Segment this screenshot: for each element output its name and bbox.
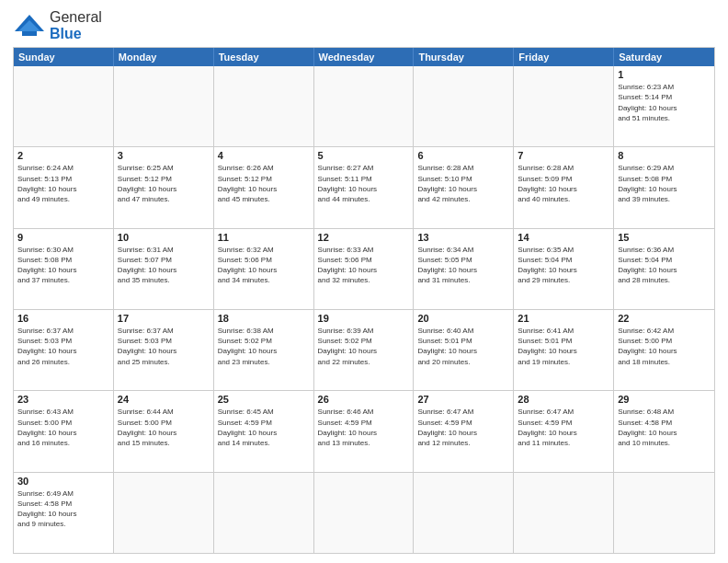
logo-text: General Blue xyxy=(50,9,102,41)
calendar-cell: 10Sunrise: 6:31 AM Sunset: 5:07 PM Dayli… xyxy=(114,229,214,309)
day-info: Sunrise: 6:41 AM Sunset: 5:01 PM Dayligh… xyxy=(518,326,609,367)
day-number: 13 xyxy=(417,232,509,243)
day-info: Sunrise: 6:26 AM Sunset: 5:12 PM Dayligh… xyxy=(218,163,310,204)
day-info: Sunrise: 6:36 AM Sunset: 5:04 PM Dayligh… xyxy=(618,245,711,286)
page-header: General Blue xyxy=(13,9,715,41)
day-number: 14 xyxy=(518,232,609,243)
day-number: 25 xyxy=(218,394,310,405)
day-number: 9 xyxy=(17,232,109,243)
calendar-row: 30Sunrise: 6:49 AM Sunset: 4:58 PM Dayli… xyxy=(14,473,714,553)
calendar-row: 16Sunrise: 6:37 AM Sunset: 5:03 PM Dayli… xyxy=(14,310,714,391)
day-info: Sunrise: 6:39 AM Sunset: 5:02 PM Dayligh… xyxy=(318,326,410,367)
calendar-cell xyxy=(414,473,514,553)
day-number: 12 xyxy=(318,232,410,243)
calendar-cell: 12Sunrise: 6:33 AM Sunset: 5:06 PM Dayli… xyxy=(314,229,415,309)
calendar-row: 23Sunrise: 6:43 AM Sunset: 5:00 PM Dayli… xyxy=(14,391,714,472)
day-number: 10 xyxy=(118,232,210,243)
day-number: 20 xyxy=(417,313,509,324)
day-info: Sunrise: 6:47 AM Sunset: 4:59 PM Dayligh… xyxy=(518,407,609,448)
day-info: Sunrise: 6:24 AM Sunset: 5:13 PM Dayligh… xyxy=(17,163,109,204)
calendar-cell: 5Sunrise: 6:27 AM Sunset: 5:11 PM Daylig… xyxy=(314,147,415,227)
day-info: Sunrise: 6:32 AM Sunset: 5:06 PM Dayligh… xyxy=(218,245,310,286)
day-number: 5 xyxy=(318,150,410,161)
day-info: Sunrise: 6:43 AM Sunset: 5:00 PM Dayligh… xyxy=(17,407,109,448)
day-number: 21 xyxy=(518,313,609,324)
day-number: 8 xyxy=(618,150,711,161)
day-info: Sunrise: 6:33 AM Sunset: 5:06 PM Dayligh… xyxy=(318,245,410,286)
calendar-cell: 18Sunrise: 6:38 AM Sunset: 5:02 PM Dayli… xyxy=(214,310,314,390)
day-number: 24 xyxy=(118,394,210,405)
day-number: 16 xyxy=(17,313,109,324)
day-info: Sunrise: 6:44 AM Sunset: 5:00 PM Dayligh… xyxy=(118,407,210,448)
calendar-cell: 20Sunrise: 6:40 AM Sunset: 5:01 PM Dayli… xyxy=(414,310,514,390)
calendar-cell: 25Sunrise: 6:45 AM Sunset: 4:59 PM Dayli… xyxy=(214,391,314,471)
day-number: 15 xyxy=(618,232,711,243)
day-number: 17 xyxy=(118,313,210,324)
day-info: Sunrise: 6:35 AM Sunset: 5:04 PM Dayligh… xyxy=(518,245,609,286)
calendar-cell: 7Sunrise: 6:28 AM Sunset: 5:09 PM Daylig… xyxy=(514,147,614,227)
calendar-cell: 4Sunrise: 6:26 AM Sunset: 5:12 PM Daylig… xyxy=(214,147,314,227)
day-info: Sunrise: 6:37 AM Sunset: 5:03 PM Dayligh… xyxy=(118,326,210,367)
calendar-cell: 22Sunrise: 6:42 AM Sunset: 5:00 PM Dayli… xyxy=(614,310,714,390)
calendar-cell xyxy=(14,66,114,146)
calendar-cell: 2Sunrise: 6:24 AM Sunset: 5:13 PM Daylig… xyxy=(14,147,114,227)
calendar-cell: 14Sunrise: 6:35 AM Sunset: 5:04 PM Dayli… xyxy=(514,229,614,309)
day-info: Sunrise: 6:40 AM Sunset: 5:01 PM Dayligh… xyxy=(417,326,509,367)
day-info: Sunrise: 6:34 AM Sunset: 5:05 PM Dayligh… xyxy=(417,245,509,286)
day-number: 29 xyxy=(618,394,711,405)
calendar-cell: 29Sunrise: 6:48 AM Sunset: 4:58 PM Dayli… xyxy=(614,391,714,471)
day-info: Sunrise: 6:45 AM Sunset: 4:59 PM Dayligh… xyxy=(218,407,310,448)
calendar-cell: 24Sunrise: 6:44 AM Sunset: 5:00 PM Dayli… xyxy=(114,391,214,471)
calendar-row: 1Sunrise: 6:23 AM Sunset: 5:14 PM Daylig… xyxy=(14,66,714,147)
day-info: Sunrise: 6:38 AM Sunset: 5:02 PM Dayligh… xyxy=(218,326,310,367)
calendar-cell: 3Sunrise: 6:25 AM Sunset: 5:12 PM Daylig… xyxy=(114,147,214,227)
calendar-cell xyxy=(114,473,214,553)
day-number: 11 xyxy=(218,232,310,243)
calendar-cell: 9Sunrise: 6:30 AM Sunset: 5:08 PM Daylig… xyxy=(14,229,114,309)
calendar-cell xyxy=(214,66,314,146)
calendar-cell: 23Sunrise: 6:43 AM Sunset: 5:00 PM Dayli… xyxy=(14,391,114,471)
calendar-cell: 13Sunrise: 6:34 AM Sunset: 5:05 PM Dayli… xyxy=(414,229,514,309)
weekday-header: Saturday xyxy=(614,48,714,66)
calendar-cell xyxy=(314,473,415,553)
day-number: 1 xyxy=(618,69,711,80)
day-number: 30 xyxy=(17,476,109,487)
day-number: 6 xyxy=(417,150,509,161)
calendar-cell xyxy=(514,473,614,553)
day-info: Sunrise: 6:37 AM Sunset: 5:03 PM Dayligh… xyxy=(17,326,109,367)
day-number: 2 xyxy=(17,150,109,161)
calendar-cell xyxy=(414,66,514,146)
calendar: SundayMondayTuesdayWednesdayThursdayFrid… xyxy=(13,47,715,554)
calendar-page: General Blue SundayMondayTuesdayWednesda… xyxy=(0,0,728,563)
day-number: 7 xyxy=(518,150,609,161)
day-info: Sunrise: 6:48 AM Sunset: 4:58 PM Dayligh… xyxy=(618,407,711,448)
day-number: 18 xyxy=(218,313,310,324)
calendar-cell xyxy=(214,473,314,553)
calendar-cell xyxy=(114,66,214,146)
day-number: 23 xyxy=(17,394,109,405)
calendar-cell: 19Sunrise: 6:39 AM Sunset: 5:02 PM Dayli… xyxy=(314,310,415,390)
calendar-cell: 30Sunrise: 6:49 AM Sunset: 4:58 PM Dayli… xyxy=(14,473,114,553)
day-info: Sunrise: 6:27 AM Sunset: 5:11 PM Dayligh… xyxy=(318,163,410,204)
weekday-header: Wednesday xyxy=(314,48,415,66)
calendar-cell xyxy=(514,66,614,146)
calendar-body: 1Sunrise: 6:23 AM Sunset: 5:14 PM Daylig… xyxy=(14,66,714,553)
calendar-cell: 21Sunrise: 6:41 AM Sunset: 5:01 PM Dayli… xyxy=(514,310,614,390)
day-info: Sunrise: 6:25 AM Sunset: 5:12 PM Dayligh… xyxy=(118,163,210,204)
day-info: Sunrise: 6:46 AM Sunset: 4:59 PM Dayligh… xyxy=(318,407,410,448)
day-info: Sunrise: 6:30 AM Sunset: 5:08 PM Dayligh… xyxy=(17,245,109,286)
calendar-cell: 17Sunrise: 6:37 AM Sunset: 5:03 PM Dayli… xyxy=(114,310,214,390)
day-number: 19 xyxy=(318,313,410,324)
calendar-row: 9Sunrise: 6:30 AM Sunset: 5:08 PM Daylig… xyxy=(14,229,714,310)
calendar-row: 2Sunrise: 6:24 AM Sunset: 5:13 PM Daylig… xyxy=(14,147,714,228)
day-number: 3 xyxy=(118,150,210,161)
day-number: 26 xyxy=(318,394,410,405)
weekday-header: Sunday xyxy=(14,48,114,66)
calendar-cell xyxy=(614,473,714,553)
day-info: Sunrise: 6:23 AM Sunset: 5:14 PM Dayligh… xyxy=(618,82,711,123)
calendar-cell: 6Sunrise: 6:28 AM Sunset: 5:10 PM Daylig… xyxy=(414,147,514,227)
calendar-cell: 16Sunrise: 6:37 AM Sunset: 5:03 PM Dayli… xyxy=(14,310,114,390)
svg-rect-2 xyxy=(22,31,37,36)
calendar-cell: 27Sunrise: 6:47 AM Sunset: 4:59 PM Dayli… xyxy=(414,391,514,471)
day-info: Sunrise: 6:29 AM Sunset: 5:08 PM Dayligh… xyxy=(618,163,711,204)
